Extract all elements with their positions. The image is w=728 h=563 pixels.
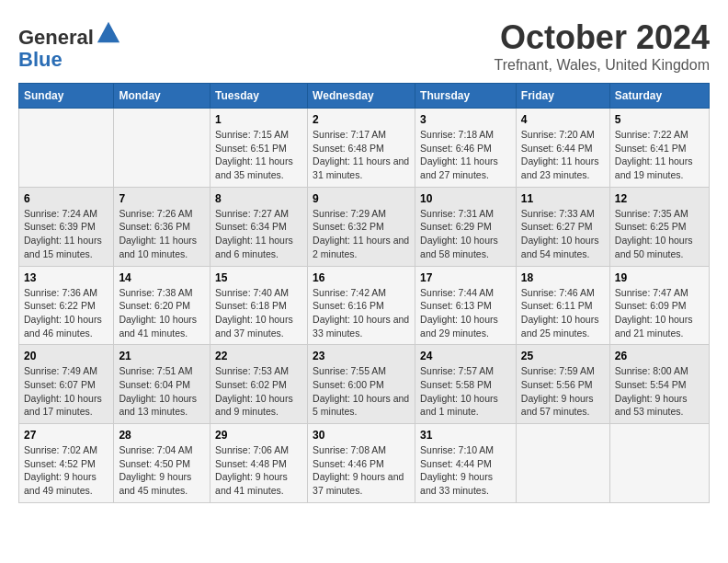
day-number: 27 <box>24 429 108 442</box>
calendar-week-row: 13Sunrise: 7:36 AMSunset: 6:22 PMDayligh… <box>19 266 710 345</box>
month-title: October 2024 <box>495 18 710 57</box>
calendar-week-row: 1Sunrise: 7:15 AMSunset: 6:51 PMDaylight… <box>19 109 710 188</box>
calendar-day-cell: 30Sunrise: 7:08 AMSunset: 4:46 PMDayligh… <box>308 424 415 503</box>
calendar-day-cell: 8Sunrise: 7:27 AMSunset: 6:34 PMDaylight… <box>210 187 308 266</box>
calendar-day-cell: 4Sunrise: 7:20 AMSunset: 6:44 PMDaylight… <box>516 109 609 188</box>
day-of-week-header: Monday <box>114 84 210 109</box>
calendar-day-cell: 15Sunrise: 7:40 AMSunset: 6:18 PMDayligh… <box>210 266 308 345</box>
day-info: Sunrise: 7:18 AMSunset: 6:46 PMDaylight:… <box>420 128 511 182</box>
calendar-day-cell: 1Sunrise: 7:15 AMSunset: 6:51 PMDaylight… <box>210 109 308 188</box>
calendar-day-cell: 9Sunrise: 7:29 AMSunset: 6:32 PMDaylight… <box>308 187 415 266</box>
day-number: 9 <box>313 192 410 205</box>
svg-marker-0 <box>97 22 119 42</box>
calendar-day-cell: 21Sunrise: 7:51 AMSunset: 6:04 PMDayligh… <box>114 345 210 424</box>
calendar-day-cell: 24Sunrise: 7:57 AMSunset: 5:58 PMDayligh… <box>415 345 517 424</box>
day-info: Sunrise: 7:33 AMSunset: 6:27 PMDaylight:… <box>521 207 605 261</box>
day-number: 15 <box>215 271 302 284</box>
day-info: Sunrise: 7:47 AMSunset: 6:09 PMDaylight:… <box>615 286 704 340</box>
day-info: Sunrise: 7:53 AMSunset: 6:02 PMDaylight:… <box>215 364 302 419</box>
day-number: 31 <box>420 429 511 442</box>
day-info: Sunrise: 7:35 AMSunset: 6:25 PMDaylight:… <box>615 207 704 261</box>
day-info: Sunrise: 7:20 AMSunset: 6:44 PMDaylight:… <box>521 128 605 182</box>
calendar-day-cell: 26Sunrise: 8:00 AMSunset: 5:54 PMDayligh… <box>609 345 709 424</box>
calendar-day-cell: 2Sunrise: 7:17 AMSunset: 6:48 PMDaylight… <box>308 109 415 188</box>
day-info: Sunrise: 7:27 AMSunset: 6:34 PMDaylight:… <box>215 207 302 261</box>
day-of-week-header: Friday <box>516 84 609 109</box>
day-number: 16 <box>313 271 410 284</box>
day-number: 8 <box>215 192 302 205</box>
day-info: Sunrise: 7:42 AMSunset: 6:16 PMDaylight:… <box>313 286 410 340</box>
day-of-week-header: Sunday <box>19 84 114 109</box>
page-header: General Blue October 2024 Trefnant, Wale… <box>18 18 710 74</box>
day-info: Sunrise: 7:04 AMSunset: 4:50 PMDaylight:… <box>119 443 205 498</box>
day-number: 26 <box>615 350 704 362</box>
day-info: Sunrise: 7:46 AMSunset: 6:11 PMDaylight:… <box>521 286 605 340</box>
day-info: Sunrise: 7:22 AMSunset: 6:41 PMDaylight:… <box>615 128 704 182</box>
calendar-day-cell: 6Sunrise: 7:24 AMSunset: 6:39 PMDaylight… <box>19 187 114 266</box>
day-number: 6 <box>24 192 108 205</box>
day-number: 19 <box>615 271 704 284</box>
title-block: October 2024 Trefnant, Wales, United Kin… <box>495 18 710 74</box>
calendar-day-cell: 5Sunrise: 7:22 AMSunset: 6:41 PMDaylight… <box>609 109 709 188</box>
day-of-week-header: Tuesday <box>210 84 308 109</box>
day-info: Sunrise: 7:38 AMSunset: 6:20 PMDaylight:… <box>119 286 205 340</box>
calendar-day-cell: 28Sunrise: 7:04 AMSunset: 4:50 PMDayligh… <box>114 424 210 503</box>
calendar-day-cell: 25Sunrise: 7:59 AMSunset: 5:56 PMDayligh… <box>516 345 609 424</box>
calendar-day-cell: 7Sunrise: 7:26 AMSunset: 6:36 PMDaylight… <box>114 187 210 266</box>
calendar-day-cell: 23Sunrise: 7:55 AMSunset: 6:00 PMDayligh… <box>308 345 415 424</box>
day-info: Sunrise: 7:31 AMSunset: 6:29 PMDaylight:… <box>420 207 511 261</box>
day-number: 5 <box>615 113 704 126</box>
calendar-week-row: 20Sunrise: 7:49 AMSunset: 6:07 PMDayligh… <box>19 345 710 424</box>
calendar-day-cell: 19Sunrise: 7:47 AMSunset: 6:09 PMDayligh… <box>609 266 709 345</box>
location-subtitle: Trefnant, Wales, United Kingdom <box>495 57 710 74</box>
day-info: Sunrise: 7:24 AMSunset: 6:39 PMDaylight:… <box>24 207 108 261</box>
calendar-day-cell: 31Sunrise: 7:10 AMSunset: 4:44 PMDayligh… <box>415 424 517 503</box>
calendar-day-cell: 13Sunrise: 7:36 AMSunset: 6:22 PMDayligh… <box>19 266 114 345</box>
calendar-day-cell: 29Sunrise: 7:06 AMSunset: 4:48 PMDayligh… <box>210 424 308 503</box>
calendar-day-cell: 20Sunrise: 7:49 AMSunset: 6:07 PMDayligh… <box>19 345 114 424</box>
calendar-table: SundayMondayTuesdayWednesdayThursdayFrid… <box>18 83 710 503</box>
day-info: Sunrise: 7:55 AMSunset: 6:00 PMDaylight:… <box>313 364 410 419</box>
day-number: 24 <box>420 350 511 362</box>
day-number: 3 <box>420 113 511 126</box>
calendar-week-row: 6Sunrise: 7:24 AMSunset: 6:39 PMDaylight… <box>19 187 710 266</box>
calendar-day-cell: 17Sunrise: 7:44 AMSunset: 6:13 PMDayligh… <box>415 266 517 345</box>
day-number: 18 <box>521 271 605 284</box>
logo-icon <box>96 18 121 44</box>
day-number: 12 <box>615 192 704 205</box>
day-number: 7 <box>119 192 205 205</box>
day-number: 14 <box>119 271 205 284</box>
day-info: Sunrise: 7:44 AMSunset: 6:13 PMDaylight:… <box>420 286 511 340</box>
day-number: 22 <box>215 350 302 362</box>
day-number: 23 <box>313 350 410 362</box>
calendar-day-cell <box>19 109 114 188</box>
day-number: 21 <box>119 350 205 362</box>
day-info: Sunrise: 7:08 AMSunset: 4:46 PMDaylight:… <box>313 443 410 498</box>
day-info: Sunrise: 7:26 AMSunset: 6:36 PMDaylight:… <box>119 207 205 261</box>
day-info: Sunrise: 7:40 AMSunset: 6:18 PMDaylight:… <box>215 286 302 340</box>
day-number: 25 <box>521 350 605 362</box>
day-number: 2 <box>313 113 410 126</box>
day-info: Sunrise: 7:15 AMSunset: 6:51 PMDaylight:… <box>215 128 302 182</box>
day-info: Sunrise: 7:17 AMSunset: 6:48 PMDaylight:… <box>313 128 410 182</box>
day-number: 10 <box>420 192 511 205</box>
day-info: Sunrise: 7:59 AMSunset: 5:56 PMDaylight:… <box>521 364 605 419</box>
day-info: Sunrise: 7:51 AMSunset: 6:04 PMDaylight:… <box>119 364 205 419</box>
calendar-day-cell: 14Sunrise: 7:38 AMSunset: 6:20 PMDayligh… <box>114 266 210 345</box>
day-info: Sunrise: 7:49 AMSunset: 6:07 PMDaylight:… <box>24 364 108 419</box>
day-info: Sunrise: 7:06 AMSunset: 4:48 PMDaylight:… <box>215 443 302 498</box>
day-number: 13 <box>24 271 108 284</box>
calendar-day-cell: 10Sunrise: 7:31 AMSunset: 6:29 PMDayligh… <box>415 187 517 266</box>
day-number: 1 <box>215 113 302 126</box>
day-of-week-header: Wednesday <box>308 84 415 109</box>
day-number: 17 <box>420 271 511 284</box>
calendar-day-cell <box>114 109 210 188</box>
day-of-week-header: Thursday <box>415 84 517 109</box>
logo-general-text: General <box>18 26 94 49</box>
day-info: Sunrise: 7:29 AMSunset: 6:32 PMDaylight:… <box>313 207 410 261</box>
day-number: 11 <box>521 192 605 205</box>
calendar-day-cell <box>516 424 609 503</box>
calendar-day-cell <box>609 424 709 503</box>
calendar-day-cell: 22Sunrise: 7:53 AMSunset: 6:02 PMDayligh… <box>210 345 308 424</box>
day-of-week-header: Saturday <box>609 84 709 109</box>
